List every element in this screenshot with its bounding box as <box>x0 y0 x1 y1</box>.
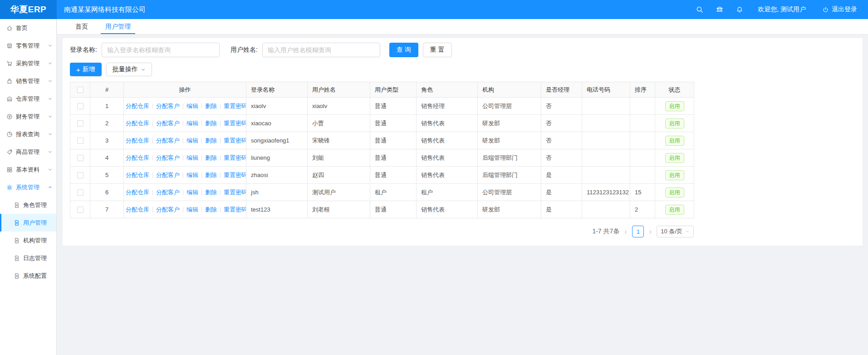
sidebar-subitem-user-management[interactable]: 用户管理 <box>0 214 56 232</box>
sidebar-item-sales[interactable]: 销售管理 <box>0 72 56 90</box>
op-assign-warehouse-link[interactable]: 分配仓库 <box>126 172 149 178</box>
cell-operations: 分配仓库分配客户编辑删除重置密码 <box>124 98 246 115</box>
row-checkbox[interactable] <box>77 103 83 109</box>
op-delete-link[interactable]: 删除 <box>205 189 217 196</box>
cell-operations: 分配仓库分配客户编辑删除重置密码 <box>124 149 246 167</box>
sidebar-subitem-log-management[interactable]: 日志管理 <box>0 249 56 267</box>
sidebar-subitem-label: 用户管理 <box>23 219 47 227</box>
op-divider <box>183 121 183 126</box>
sidebar-item-retail[interactable]: 零售管理 <box>0 37 56 54</box>
op-divider <box>220 138 221 143</box>
user-name-input[interactable] <box>262 43 380 57</box>
tab-user-management[interactable]: 用户管理 <box>105 19 131 34</box>
search-icon[interactable] <box>696 6 703 13</box>
op-assign-warehouse-link[interactable]: 分配仓库 <box>126 206 149 213</box>
op-assign-warehouse-link[interactable]: 分配仓库 <box>126 120 149 127</box>
cell-operations: 分配仓库分配客户编辑删除重置密码 <box>124 167 246 184</box>
search-button[interactable]: 查 询 <box>389 43 418 57</box>
content-area: 登录名称: 用户姓名: 查 询 重 置 + 新增 批量操作 <box>57 35 868 249</box>
op-assign-warehouse-link[interactable]: 分配仓库 <box>126 103 149 109</box>
cell-user-type: 普通 <box>370 132 417 149</box>
op-edit-link[interactable]: 编辑 <box>186 103 198 109</box>
logout-button[interactable]: 退出登录 <box>822 5 857 14</box>
status-badge: 启用 <box>665 187 684 197</box>
select-all-checkbox[interactable] <box>77 87 83 93</box>
sidebar-item-product[interactable]: 商品管理 <box>0 143 56 161</box>
op-edit-link[interactable]: 编辑 <box>186 172 198 178</box>
reset-button[interactable]: 重 置 <box>423 43 452 57</box>
op-divider <box>220 121 221 126</box>
op-reset-password-link[interactable]: 重置密码 <box>224 120 246 127</box>
content-card: 登录名称: 用户姓名: 查 询 重 置 + 新增 批量操作 <box>63 38 863 246</box>
op-assign-warehouse-link[interactable]: 分配仓库 <box>126 189 149 196</box>
op-reset-password-link[interactable]: 重置密码 <box>224 154 246 161</box>
login-name-input[interactable] <box>102 43 220 57</box>
op-assign-customer-link[interactable]: 分配客户 <box>156 137 180 144</box>
prev-page-button[interactable]: ‹ <box>623 227 628 236</box>
op-reset-password-link[interactable]: 重置密码 <box>224 189 246 196</box>
op-reset-password-link[interactable]: 重置密码 <box>224 103 246 109</box>
sidebar-subitem-role-management[interactable]: 角色管理 <box>0 196 56 214</box>
op-edit-link[interactable]: 编辑 <box>186 120 198 127</box>
cell-checkbox <box>70 149 90 167</box>
batch-actions-button[interactable]: 批量操作 <box>106 63 152 76</box>
op-edit-link[interactable]: 编辑 <box>186 154 198 161</box>
sidebar-subitem-org-management[interactable]: 机构管理 <box>0 232 56 249</box>
op-delete-link[interactable]: 删除 <box>205 206 217 213</box>
op-assign-customer-link[interactable]: 分配客户 <box>156 120 180 127</box>
next-page-button[interactable]: › <box>647 227 653 236</box>
sidebar-item-report[interactable]: 报表查询 <box>0 125 56 143</box>
op-assign-customer-link[interactable]: 分配客户 <box>156 154 180 161</box>
op-edit-link[interactable]: 编辑 <box>186 206 198 213</box>
col-header-checkbox <box>70 82 90 98</box>
op-assign-customer-link[interactable]: 分配客户 <box>156 172 180 178</box>
row-checkbox[interactable] <box>77 189 83 196</box>
add-button[interactable]: + 新增 <box>70 63 102 76</box>
sidebar-item-warehouse[interactable]: 仓库管理 <box>0 90 56 108</box>
cell-org: 后端管理部门 <box>478 167 541 184</box>
chevron-up-icon <box>48 185 53 190</box>
cell-phone <box>582 201 630 218</box>
op-assign-customer-link[interactable]: 分配客户 <box>156 206 180 213</box>
op-edit-link[interactable]: 编辑 <box>186 189 198 196</box>
op-reset-password-link[interactable]: 重置密码 <box>224 172 246 178</box>
sidebar-item-basic-data[interactable]: 基本资料 <box>0 161 56 178</box>
sidebar-item-finance[interactable]: 财务管理 <box>0 108 56 125</box>
bell-icon[interactable] <box>736 6 743 13</box>
op-assign-warehouse-link[interactable]: 分配仓库 <box>126 154 149 161</box>
op-delete-link[interactable]: 删除 <box>205 120 217 127</box>
cell-login-name: liuneng <box>246 149 308 167</box>
tab-home[interactable]: 首页 <box>75 19 88 34</box>
op-edit-link[interactable]: 编辑 <box>186 137 198 144</box>
row-checkbox[interactable] <box>77 207 83 213</box>
current-page-button[interactable]: 1 <box>632 226 644 237</box>
cell-is-manager: 否 <box>541 132 582 149</box>
op-delete-link[interactable]: 删除 <box>205 103 217 109</box>
row-checkbox[interactable] <box>77 120 83 127</box>
table-row: 2分配仓库分配客户编辑删除重置密码xiaocao小曹普通销售代表研发部否启用 <box>70 115 694 132</box>
cell-sort: 15 <box>630 184 655 201</box>
op-assign-warehouse-link[interactable]: 分配仓库 <box>126 137 149 144</box>
sidebar-item-home[interactable]: 首页 <box>0 19 56 37</box>
row-checkbox[interactable] <box>77 172 83 178</box>
op-assign-customer-link[interactable]: 分配客户 <box>156 103 180 109</box>
warehouse-icon <box>6 95 13 102</box>
sidebar-item-label: 报表查询 <box>16 130 48 138</box>
bank-icon[interactable] <box>716 6 723 13</box>
op-delete-link[interactable]: 删除 <box>205 137 217 144</box>
op-reset-password-link[interactable]: 重置密码 <box>224 137 246 144</box>
row-checkbox[interactable] <box>77 138 83 144</box>
page-size-select[interactable]: 10 条/页 <box>657 226 694 237</box>
op-assign-customer-link[interactable]: 分配客户 <box>156 189 180 196</box>
sidebar-item-purchase[interactable]: 采购管理 <box>0 54 56 72</box>
sidebar-subitem-system-config[interactable]: 系统配置 <box>0 267 56 285</box>
row-checkbox[interactable] <box>77 155 83 161</box>
table-row: 4分配仓库分配客户编辑删除重置密码liuneng刘能普通销售代表后端管理部门否启… <box>70 149 694 167</box>
cell-phone <box>582 167 630 184</box>
sidebar-item-system[interactable]: 系统管理 <box>0 178 56 196</box>
cell-login-name: xiaocao <box>246 115 308 132</box>
pagination-total: 1-7 共7条 <box>592 227 619 236</box>
op-delete-link[interactable]: 删除 <box>205 172 217 178</box>
op-reset-password-link[interactable]: 重置密码 <box>224 206 246 213</box>
op-delete-link[interactable]: 删除 <box>205 154 217 161</box>
